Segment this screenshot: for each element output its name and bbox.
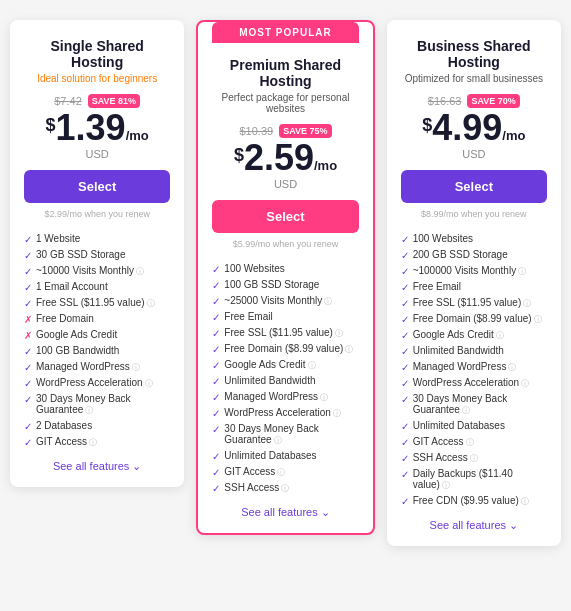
check-icon: ✓ [401,234,409,245]
info-icon: ⓘ [521,497,529,506]
feature-text: 100 Websites [413,233,473,244]
feature-item: ✓200 GB SSD Storage [401,247,547,263]
info-icon: ⓘ [521,379,529,388]
feature-text: Unlimited Bandwidth [224,375,315,386]
feature-item: ✓30 Days Money Back Guaranteeⓘ [401,391,547,418]
save-badge: SAVE 81% [88,94,140,108]
check-icon: ✓ [24,234,32,245]
info-icon: ⓘ [518,267,526,276]
feature-text: Free CDN ($9.95 value)ⓘ [413,495,529,507]
feature-item: ✓100 GB SSD Storage [212,277,358,293]
feature-item: ✓Unlimited Databases [401,418,547,434]
feature-item: ✓SSH Accessⓘ [212,480,358,496]
info-icon: ⓘ [523,299,531,308]
cross-icon: ✗ [24,314,32,325]
see-all-link[interactable]: See all features ⌄ [212,506,358,519]
feature-text: Free SSL ($11.95 value)ⓘ [413,297,532,309]
original-price: $7.42 [54,95,82,107]
check-icon: ✓ [401,469,409,480]
select-button-premium[interactable]: Select [212,200,358,233]
feature-item: ✓Managed WordPressⓘ [401,359,547,375]
feature-text: Free SSL ($11.95 value)ⓘ [224,327,343,339]
price-row: $10.39 SAVE 75% [212,124,358,138]
save-badge: SAVE 75% [279,124,331,138]
price-mo: /mo [126,129,149,142]
feature-item: ✓Unlimited Bandwidth [401,343,547,359]
feature-text: Daily Backups ($11.40 value)ⓘ [413,468,547,491]
see-all-link[interactable]: See all features ⌄ [24,460,170,473]
feature-text: 30 Days Money Back Guaranteeⓘ [36,393,170,416]
feature-text: 30 Days Money Back Guaranteeⓘ [224,423,358,446]
card-title: Business Shared Hosting [401,38,547,70]
info-icon: ⓘ [308,361,316,370]
feature-text: Free Domain [36,313,94,324]
info-icon: ⓘ [462,406,470,415]
feature-text: 1 Email Account [36,281,108,292]
feature-item: ✓Free Domain ($8.99 value)ⓘ [401,311,547,327]
feature-text: ~100000 Visits Monthlyⓘ [413,265,527,277]
price-mo: /mo [502,129,525,142]
select-button-single[interactable]: Select [24,170,170,203]
check-icon: ✓ [24,421,32,432]
feature-text: GIT Accessⓘ [224,466,285,478]
feature-item: ✓SSH Accessⓘ [401,450,547,466]
feature-text: 200 GB SSD Storage [413,249,508,260]
pricing-card-business: Business Shared Hosting Optimized for sm… [387,20,561,546]
check-icon: ✓ [24,394,32,405]
feature-text: Free Domain ($8.99 value)ⓘ [413,313,542,325]
feature-item: ✓Free Email [401,279,547,295]
info-icon: ⓘ [335,329,343,338]
original-price: $16.63 [428,95,462,107]
info-icon: ⓘ [281,484,289,493]
feature-text: Managed WordPressⓘ [36,361,140,373]
pricing-card-single: Single Shared Hosting Ideal solution for… [10,20,184,487]
check-icon: ✓ [401,314,409,325]
feature-text: WordPress Accelerationⓘ [413,377,530,389]
feature-text: WordPress Accelerationⓘ [224,407,341,419]
renew-note: $5.99/mo when you renew [212,239,358,249]
check-icon: ✓ [401,362,409,373]
check-icon: ✓ [401,394,409,405]
check-icon: ✓ [24,346,32,357]
check-icon: ✓ [212,467,220,478]
pricing-card-premium: MOST POPULAR Premium Shared Hosting Perf… [196,20,374,535]
price-amount: 1.39 [56,110,126,146]
feature-item: ✓Unlimited Databases [212,448,358,464]
feature-text: GIT Accessⓘ [36,436,97,448]
feature-item: ✓30 Days Money Back Guaranteeⓘ [212,421,358,448]
feature-item: ✓WordPress Accelerationⓘ [24,375,170,391]
feature-item: ✓Managed WordPressⓘ [212,389,358,405]
feature-text: 1 Website [36,233,80,244]
card-subtitle: Perfect package for personal websites [212,92,358,114]
price-amount: 4.99 [432,110,502,146]
see-all-link[interactable]: See all features ⌄ [401,519,547,532]
info-icon: ⓘ [333,409,341,418]
feature-list: ✓100 Websites✓200 GB SSD Storage✓~100000… [401,231,547,509]
info-icon: ⓘ [145,379,153,388]
feature-item: ✓Free Email [212,309,358,325]
check-icon: ✓ [401,282,409,293]
check-icon: ✓ [212,483,220,494]
feature-text: 30 GB SSD Storage [36,249,126,260]
feature-item: ✓100 GB Bandwidth [24,343,170,359]
check-icon: ✓ [24,362,32,373]
check-icon: ✓ [24,282,32,293]
feature-list: ✓100 Websites✓100 GB SSD Storage✓~25000 … [212,261,358,496]
feature-item: ✓1 Email Account [24,279,170,295]
feature-item: ✓WordPress Accelerationⓘ [212,405,358,421]
feature-item: ✓30 GB SSD Storage [24,247,170,263]
check-icon: ✓ [212,344,220,355]
check-icon: ✓ [401,250,409,261]
info-icon: ⓘ [496,331,504,340]
feature-item: ✓Daily Backups ($11.40 value)ⓘ [401,466,547,493]
check-icon: ✓ [401,330,409,341]
feature-text: 30 Days Money Back Guaranteeⓘ [413,393,547,416]
renew-note: $8.99/mo when you renew [401,209,547,219]
feature-item: ✓2 Databases [24,418,170,434]
popular-badge: MOST POPULAR [212,22,358,43]
select-button-business[interactable]: Select [401,170,547,203]
check-icon: ✓ [212,296,220,307]
check-icon: ✓ [24,378,32,389]
price-dollar: $ [46,116,56,134]
check-icon: ✓ [401,453,409,464]
